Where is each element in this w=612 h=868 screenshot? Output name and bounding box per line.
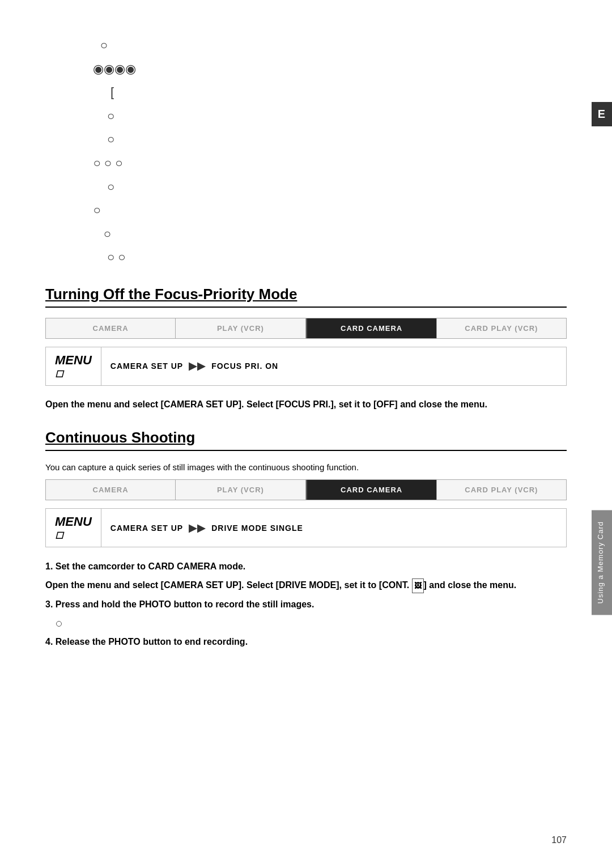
mode-card-camera: CARD CAMERA bbox=[307, 318, 437, 338]
side-tab-label: E bbox=[598, 108, 606, 120]
page-number: 107 bbox=[551, 835, 567, 845]
section1-menu-content: CAMERA SET UP ▶▶ FOCUS PRI. ON bbox=[101, 354, 566, 378]
step-3: 3. Press and hold the PHOTO button to re… bbox=[45, 597, 567, 612]
section2-mode-play-vcr: PLAY (VCR) bbox=[176, 480, 305, 500]
section2-menu-text: MENU bbox=[55, 514, 92, 529]
diagram-row-4: ○ bbox=[79, 105, 567, 127]
diagram-row-2: ◉◉◉◉ bbox=[79, 58, 567, 80]
step-3-circle bbox=[45, 615, 567, 631]
section1-title: Turning Off the Focus-Priority Mode bbox=[45, 286, 567, 308]
cont-icon: 🖼 bbox=[412, 578, 424, 593]
diagram-circles: ○ ◉◉◉◉ [ ○ ○ ○ ○ ○ ○ ○ ○ ○ ○ bbox=[79, 34, 567, 269]
steps-list: 1. Set the camcorder to CARD CAMERA mode… bbox=[45, 559, 567, 650]
section2-title: Continuous Shooting bbox=[45, 429, 567, 451]
section2-book-icon: ☐ bbox=[55, 530, 63, 541]
section2-mode-card-camera: CARD CAMERA bbox=[307, 480, 437, 500]
section2-mode-card-play-vcr: CARD PLAY (VCR) bbox=[437, 480, 566, 500]
step-4-text: 4. Release the PHOTO button to end recor… bbox=[45, 637, 248, 646]
section2-menu-content: CAMERA SET UP ▶▶ DRIVE MODE SINGLE bbox=[101, 516, 566, 540]
section1-desc-text: Open the menu and select [CAMERA SET UP]… bbox=[45, 397, 567, 412]
section2-menu-box: MENU ☐ CAMERA SET UP ▶▶ DRIVE MODE SINGL… bbox=[45, 508, 567, 547]
section1-menu-text: MENU bbox=[55, 353, 92, 368]
diagram-row-7: ○ bbox=[79, 176, 567, 198]
step-1: 1. Set the camcorder to CARD CAMERA mode… bbox=[45, 559, 567, 574]
section2-arrow: ▶▶ bbox=[189, 522, 206, 534]
section1-mode-bar: CAMERA PLAY (VCR) CARD CAMERA CARD PLAY … bbox=[45, 318, 567, 339]
section1-camera-setup: CAMERA SET UP bbox=[110, 361, 183, 371]
mode-play-vcr: PLAY (VCR) bbox=[176, 318, 305, 338]
section1-menu-box: MENU ☐ CAMERA SET UP ▶▶ FOCUS PRI. ON bbox=[45, 347, 567, 386]
diagram-row-3: [ bbox=[79, 81, 567, 104]
page-container: E Using a Memory Card ○ ◉◉◉◉ [ ○ ○ ○ ○ ○… bbox=[0, 0, 612, 868]
section2-mode-bar: CAMERA PLAY (VCR) CARD CAMERA CARD PLAY … bbox=[45, 479, 567, 500]
step-4: 4. Release the PHOTO button to end recor… bbox=[45, 634, 567, 649]
diagram-row-6: ○ ○ ○ bbox=[79, 152, 567, 175]
step-1-text: 1. Set the camcorder to CARD CAMERA mode… bbox=[45, 561, 245, 571]
section2-menu-label: MENU ☐ bbox=[46, 509, 101, 547]
diagram-row-9: ○ bbox=[79, 223, 567, 245]
mode-card-play-vcr: CARD PLAY (VCR) bbox=[437, 318, 566, 338]
section1-setting: FOCUS PRI. ON bbox=[211, 361, 278, 371]
section1-menu-label: MENU ☐ bbox=[46, 347, 101, 385]
section2: Continuous Shooting You can capture a qu… bbox=[45, 429, 567, 650]
mode-camera: CAMERA bbox=[46, 318, 176, 338]
section2-intro: You can capture a quick series of still … bbox=[45, 461, 567, 474]
diagram-row-8: ○ bbox=[79, 199, 567, 222]
section2-setting: DRIVE MODE SINGLE bbox=[211, 524, 303, 533]
step-3-text: 3. Press and hold the PHOTO button to re… bbox=[45, 599, 314, 609]
side-label-text: Using a Memory Card bbox=[596, 521, 605, 603]
step-2: Open the menu and select [CAMERA SET UP]… bbox=[45, 577, 567, 593]
section1-arrow: ▶▶ bbox=[189, 360, 206, 372]
small-circle bbox=[56, 621, 62, 627]
section1: Turning Off the Focus-Priority Mode CAME… bbox=[45, 286, 567, 412]
diagram-row-1: ○ bbox=[79, 34, 567, 57]
diagram-row-10: ○ ○ bbox=[79, 246, 567, 269]
section1-description: Open the menu and select [CAMERA SET UP]… bbox=[45, 397, 567, 412]
section2-mode-camera: CAMERA bbox=[46, 480, 176, 500]
diagram-row-5: ○ bbox=[79, 128, 567, 151]
section1-book-icon: ☐ bbox=[55, 369, 63, 380]
section2-camera-setup: CAMERA SET UP bbox=[110, 524, 183, 533]
side-tab-e: E bbox=[592, 102, 612, 126]
side-label: Using a Memory Card bbox=[592, 510, 612, 615]
diagram-area: ○ ◉◉◉◉ [ ○ ○ ○ ○ ○ ○ ○ ○ ○ ○ bbox=[45, 23, 567, 269]
